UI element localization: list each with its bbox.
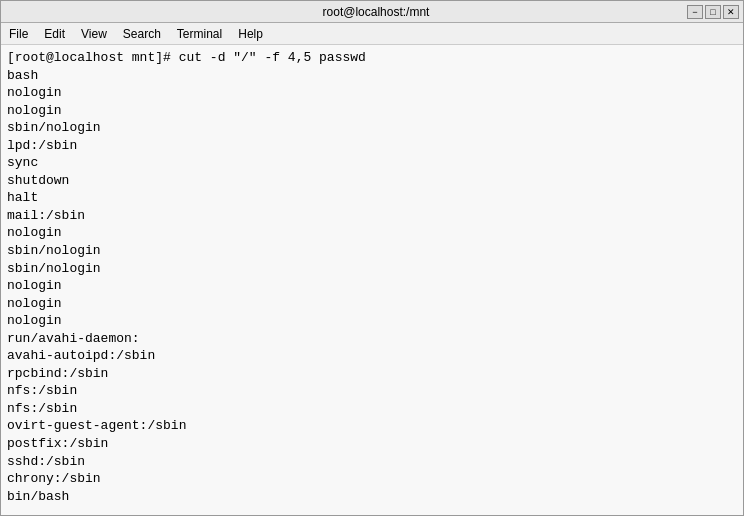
terminal-line: nologin: [7, 277, 737, 295]
terminal-line: [root@localhost mnt]# cut -d "/" -f 4,5 …: [7, 49, 737, 67]
terminal-line: sync: [7, 154, 737, 172]
terminal-line: sshd:/sbin: [7, 453, 737, 471]
terminal-line: run/avahi-daemon:: [7, 330, 737, 348]
terminal-line: sbin/nologin: [7, 119, 737, 137]
terminal-line: nologin: [7, 102, 737, 120]
terminal-line: nfs:/sbin: [7, 382, 737, 400]
menu-bar: File Edit View Search Terminal Help: [1, 23, 743, 45]
menu-edit[interactable]: Edit: [40, 26, 69, 42]
terminal-window: root@localhost:/mnt − □ ✕ File Edit View…: [0, 0, 744, 516]
terminal-line: postfix:/sbin: [7, 435, 737, 453]
terminal-line: sbin/nologin: [7, 242, 737, 260]
terminal-line: nologin: [7, 84, 737, 102]
terminal-line: ovirt-guest-agent:/sbin: [7, 417, 737, 435]
terminal-line: lpd:/sbin: [7, 137, 737, 155]
menu-help[interactable]: Help: [234, 26, 267, 42]
terminal-line: bash: [7, 67, 737, 85]
menu-terminal[interactable]: Terminal: [173, 26, 226, 42]
terminal-line: nologin: [7, 312, 737, 330]
terminal-line: nologin: [7, 224, 737, 242]
minimize-button[interactable]: −: [687, 5, 703, 19]
terminal-line: avahi-autoipd:/sbin: [7, 347, 737, 365]
terminal-line: rpcbind:/sbin: [7, 365, 737, 383]
terminal-line: bin/bash: [7, 488, 737, 506]
window-controls: − □ ✕: [687, 5, 739, 19]
menu-view[interactable]: View: [77, 26, 111, 42]
terminal-line: shutdown: [7, 172, 737, 190]
terminal-body[interactable]: [root@localhost mnt]# cut -d "/" -f 4,5 …: [1, 45, 743, 515]
terminal-line: nfs:/sbin: [7, 400, 737, 418]
title-bar: root@localhost:/mnt − □ ✕: [1, 1, 743, 23]
terminal-line: mail:/sbin: [7, 207, 737, 225]
menu-file[interactable]: File: [5, 26, 32, 42]
close-button[interactable]: ✕: [723, 5, 739, 19]
terminal-line: chrony:/sbin: [7, 470, 737, 488]
window-title: root@localhost:/mnt: [65, 5, 687, 19]
terminal-line: nologin: [7, 295, 737, 313]
menu-search[interactable]: Search: [119, 26, 165, 42]
terminal-line: halt: [7, 189, 737, 207]
terminal-line: sbin/nologin: [7, 260, 737, 278]
maximize-button[interactable]: □: [705, 5, 721, 19]
